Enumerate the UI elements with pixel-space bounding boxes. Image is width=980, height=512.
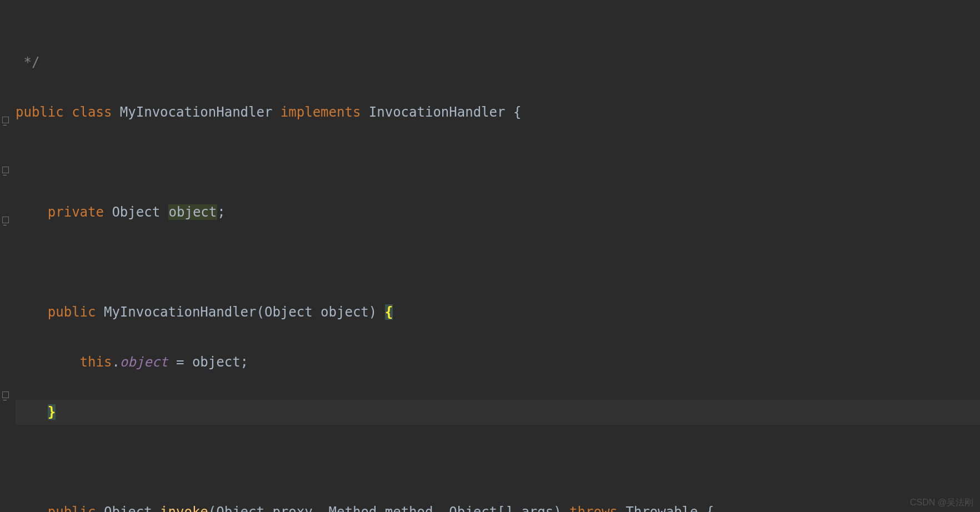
keyword-public: public <box>16 104 64 120</box>
keyword-class: class <box>72 104 112 120</box>
param-object: object <box>192 354 241 370</box>
code-line-current[interactable]: } <box>16 400 980 425</box>
keyword-this: this <box>80 354 112 370</box>
code-line[interactable]: public class MyInvocationHandler impleme… <box>16 100 980 125</box>
keyword-public: public <box>48 504 96 512</box>
brace-close-highlight: } <box>48 404 56 420</box>
interface-name: InvocationHandler <box>369 104 506 120</box>
code-line-empty[interactable] <box>16 150 980 175</box>
keyword-throws: throws <box>569 504 618 512</box>
field-object: object <box>120 354 168 370</box>
type-method: Method <box>329 504 377 512</box>
rparen: ) <box>369 304 377 320</box>
type-object: Object <box>112 204 160 220</box>
brace-open-highlight: { <box>385 304 393 320</box>
fold-toggle-icon[interactable] <box>2 167 10 174</box>
constructor-name: MyInvocationHandler <box>104 304 257 320</box>
array-suffix: [] <box>497 504 513 512</box>
type-object: Object <box>449 504 497 512</box>
comma: , <box>313 504 329 512</box>
lparen: ( <box>257 304 264 320</box>
code-line[interactable]: private Object object; <box>16 200 980 225</box>
code-line[interactable]: public Object invoke(Object proxy, Metho… <box>16 500 980 512</box>
dot: . <box>112 354 119 370</box>
type-object: Object <box>216 504 264 512</box>
class-name: MyInvocationHandler <box>120 104 273 120</box>
rparen: ) <box>553 504 561 512</box>
code-line[interactable]: */ <box>16 50 980 75</box>
brace-open: { <box>513 104 521 120</box>
code-line-empty[interactable] <box>16 450 980 475</box>
fold-gutter <box>0 0 13 512</box>
fold-toggle-icon[interactable] <box>2 217 10 224</box>
watermark: CSDN @吴法刚 <box>910 497 973 509</box>
code-editor[interactable]: */ public class MyInvocationHandler impl… <box>0 0 980 512</box>
brace-open: { <box>706 504 714 512</box>
code-line[interactable]: public MyInvocationHandler(Object object… <box>16 300 980 325</box>
fold-toggle-icon[interactable] <box>2 391 10 399</box>
keyword-implements: implements <box>281 104 361 120</box>
lparen: ( <box>208 504 216 512</box>
keyword-private: private <box>48 204 104 220</box>
assign: = <box>168 354 192 370</box>
param-object: object <box>321 304 369 320</box>
keyword-public: public <box>48 304 96 320</box>
code-line[interactable]: this.object = object; <box>16 350 980 375</box>
code-line-empty[interactable] <box>16 250 980 275</box>
method-invoke: invoke <box>160 504 208 512</box>
fold-toggle-icon[interactable] <box>2 117 10 124</box>
param-proxy: proxy <box>272 504 312 512</box>
type-throwable: Throwable <box>626 504 698 512</box>
comment-close: */ <box>16 54 39 70</box>
param-args: args <box>521 504 553 512</box>
type-object: Object <box>104 504 152 512</box>
semicolon: ; <box>241 354 248 370</box>
semicolon: ; <box>217 204 225 220</box>
field-object-highlighted: object <box>168 204 218 220</box>
param-method: method <box>385 504 433 512</box>
comma: , <box>433 504 449 512</box>
type-object: Object <box>264 304 313 320</box>
